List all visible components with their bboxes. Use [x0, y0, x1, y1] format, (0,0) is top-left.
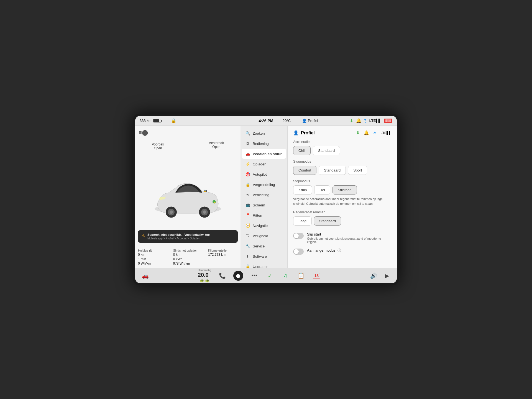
service-icon: 🔧 [245, 244, 250, 248]
btn-chill[interactable]: Chill [293, 146, 311, 155]
stopmodus-label: Stopmodus [293, 179, 391, 183]
signal-settings-icon: LTE▌▌ [380, 131, 391, 135]
bluetooth-icon: ₿ [364, 118, 367, 123]
menu-item-zoeken[interactable]: 🔍 Zoeken [242, 128, 286, 138]
menu-item-navigatie[interactable]: 🧭 Navigatie [242, 221, 286, 231]
search-menu-icon: 🔍 [245, 131, 250, 135]
screen-bezel: 333 km 🔒 4:26 PM 20°C 👤 Profiel ⬇ 🔔 ₿ LT… [133, 114, 399, 285]
browser-icon[interactable]: 📋 [296, 271, 305, 280]
menu-item-autopilot[interactable]: 🎯 Autopilot [242, 169, 286, 179]
taskbar-center: Handmatig 20.0 🐢 🐢 📞 ⬤ ••• ✓ ♫ 📋 [150, 269, 369, 283]
menu-item-ritten[interactable]: 📍 Ritten [242, 210, 286, 220]
achterbak-label: Achterbak Open [209, 141, 224, 149]
stat-sinds-kwh: 0 kWh [173, 257, 203, 261]
car-svg-area: ≡⬤ Voorbak Open Achterbak Open [135, 126, 241, 268]
menu-item-vergrendeling[interactable]: 🔒 Vergrendeling [242, 180, 286, 190]
slip-start-toggle[interactable] [293, 233, 304, 239]
aanhanger-toggle[interactable] [293, 249, 304, 255]
btn-kruip[interactable]: Kruip [293, 185, 312, 195]
aanhanger-label: Aanhangermodus ⓘ [307, 248, 341, 253]
stat-huidige-label: Huidige rit [138, 249, 168, 252]
stat-km-label: Kilometerteller [208, 249, 238, 252]
btn-standaard-stuur[interactable]: Standaard [319, 166, 346, 175]
btn-rol[interactable]: Rol [314, 185, 330, 195]
vergrendeling-icon: 🔒 [245, 182, 250, 187]
menu-label-veiligheid: Veiligheid [253, 234, 268, 238]
menu-item-pedalen[interactable]: 🚗 Pedalen en stuur [242, 149, 286, 159]
stat-sinds-opladen: Sinds het opladen 0 km 0 kWh 978 Wh/km [173, 249, 203, 265]
menu-item-bediening[interactable]: 🎛 Bediening [242, 139, 286, 149]
checklist-icon[interactable]: ✓ [265, 271, 274, 280]
car-taskbar-icon[interactable]: 🚗 [141, 271, 150, 280]
download-status-icon: ⬇ [350, 118, 353, 123]
menu-item-verlichting[interactable]: ☀ Verlichting [242, 190, 286, 200]
bluetooth-settings-icon[interactable]: ✶ [373, 130, 377, 135]
sos-badge[interactable]: SOS [384, 119, 392, 123]
menu-label-autopilot: Autopilot [253, 172, 267, 177]
calendar-icon[interactable]: 18 [312, 271, 321, 280]
main-content: ≡⬤ Voorbak Open Achterbak Open [135, 126, 397, 268]
slip-start-row: Slip start Gebruik om het voertuig uit s… [293, 230, 391, 246]
upgrades-icon: 🔓 [245, 264, 250, 268]
spotify-icon[interactable]: ♫ [281, 271, 290, 280]
settings-header: 👤 Profiel ⬇ 🔔 ✶ LTE▌▌ [293, 130, 391, 135]
menu-item-service[interactable]: 🔧 Service [242, 241, 286, 251]
taskbar-left: 🚗 [141, 271, 150, 280]
opladen-icon: ⚡ [245, 162, 250, 166]
settings-panel: 👤 Profiel ⬇ 🔔 ✶ LTE▌▌ Acceleratie Chill [288, 126, 397, 268]
taskbar-right: 🔊 ▶ [369, 271, 391, 280]
menu-label-upgrades: Upgrades [253, 265, 268, 268]
menu-label-vergrendeling: Vergrendeling [253, 183, 275, 187]
slip-start-desc: Gebruik om het voertuig uit sneeuw, zand… [307, 237, 391, 244]
camera-icon[interactable]: ⬤ [233, 271, 243, 281]
ritten-icon: 📍 [245, 213, 250, 218]
menu-label-zoeken: Zoeken [253, 131, 265, 135]
section-stopmodus: Stopmodus Kruip Rol Stilstaan Vergroot d… [293, 179, 391, 206]
btn-laag[interactable]: Laag [293, 216, 312, 226]
profile-label[interactable]: Profiel [308, 119, 318, 123]
stat-km-value: 172.723 km [208, 253, 238, 257]
regeneratief-label: Regeneratief remmen [293, 210, 391, 214]
menu-item-opladen[interactable]: ⚡ Opladen [242, 159, 286, 169]
alert-main-text: Superch. niet beschikb. - Voeg betaalw. … [147, 233, 210, 236]
menu-item-veiligheid[interactable]: 🛡 Veiligheid [242, 231, 286, 241]
btn-stilstaan[interactable]: Stilstaan [332, 185, 357, 195]
drive-icon: ≡⬤ [139, 129, 148, 136]
svg-point-3 [170, 211, 173, 214]
regeneratief-buttons: Laag Standaard [293, 216, 391, 226]
audio-right-icon[interactable]: ▶ [382, 271, 391, 280]
stuurmodus-buttons: Comfort Standaard Sport [293, 166, 391, 175]
menu-label-software: Software [253, 254, 267, 259]
settings-header-icons: ⬇ 🔔 ✶ LTE▌▌ [356, 130, 391, 135]
verlichting-icon: ☀ [245, 193, 250, 197]
download-icon[interactable]: ⬇ [356, 130, 360, 135]
stat-huidige-min: 1 min [138, 257, 168, 261]
alert-sub-text: Mobiele app > Profiel > Account > Oplade… [147, 237, 210, 240]
bell-icon: 🔔 [356, 118, 362, 123]
stat-sinds-whkm: 978 Wh/km [173, 262, 203, 265]
status-icons-right: ⬇ 🔔 ₿ LTE▌▌ SOS [350, 118, 392, 123]
menu-label-ritten: Ritten [253, 213, 262, 218]
menu-label-pedalen: Pedalen en stuur [253, 152, 282, 156]
btn-comfort[interactable]: Comfort [293, 166, 316, 175]
menu-item-scherm[interactable]: 📺 Scherm [242, 200, 286, 210]
speed-mode-label: Handmatig [198, 269, 211, 272]
temp-value: 20°C [283, 119, 291, 123]
svg-point-6 [203, 211, 206, 214]
bediening-icon: 🎛 [245, 141, 250, 146]
btn-standaard-reg[interactable]: Standaard [314, 216, 341, 226]
stat-sinds-km: 0 km [173, 253, 203, 257]
car-image: ⚡ 🔒 [149, 173, 227, 223]
bell-settings-icon[interactable]: 🔔 [364, 130, 369, 135]
phone-icon[interactable]: 📞 [218, 271, 227, 280]
btn-standaard-acc[interactable]: Standaard [313, 146, 340, 155]
volume-icon[interactable]: 🔊 [369, 271, 378, 280]
menu-item-software[interactable]: ⬇ Software [242, 251, 286, 261]
menu-item-upgrades[interactable]: 🔓 Upgrades [242, 262, 286, 268]
stat-sinds-label: Sinds het opladen [173, 249, 203, 252]
alert-box[interactable]: ⚠ Superch. niet beschikb. - Voeg betaalw… [138, 230, 238, 243]
more-icon[interactable]: ••• [250, 271, 259, 280]
aanhanger-content: Aanhangermodus ⓘ [307, 248, 341, 253]
btn-sport[interactable]: Sport [348, 166, 367, 175]
profile-icon: 👤 [293, 130, 299, 135]
